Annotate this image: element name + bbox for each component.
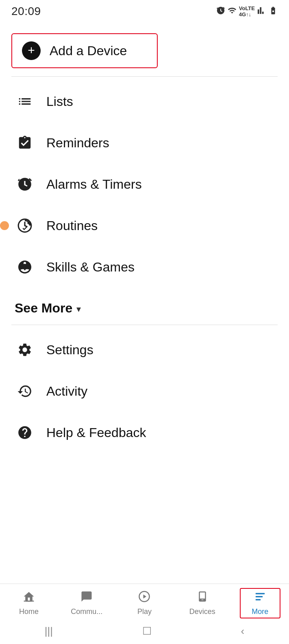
add-device-label: Add a Device (50, 43, 127, 58)
wifi-status-icon (228, 6, 237, 17)
skills-label: Skills & Games (46, 260, 135, 275)
communicate-nav-icon (80, 590, 93, 605)
nav-tab-play[interactable]: Play (124, 590, 165, 616)
menu-item-skills[interactable]: Skills & Games (0, 246, 289, 288)
settings-icon (15, 340, 35, 360)
menu-item-settings[interactable]: Settings (0, 329, 289, 370)
reminders-label: Reminders (46, 136, 109, 151)
recents-gesture[interactable]: ‹ (241, 625, 244, 638)
help-label: Help & Feedback (46, 425, 146, 440)
alarms-icon (15, 174, 35, 194)
see-more-label: See More (15, 301, 72, 316)
plus-icon: + (28, 44, 35, 56)
status-bar: 20:09 VoLTE4G↑↓ (0, 0, 289, 22)
nav-tab-more[interactable]: More (240, 588, 280, 618)
devices-nav-label: Devices (189, 607, 215, 616)
home-nav-icon (23, 590, 35, 605)
reminders-icon (15, 133, 35, 153)
svg-rect-7 (256, 599, 261, 600)
add-device-button[interactable]: + Add a Device (11, 33, 158, 68)
nav-tab-devices[interactable]: Devices (182, 590, 223, 616)
help-icon (15, 422, 35, 443)
menu-item-routines[interactable]: Routines (0, 205, 289, 246)
menu-item-lists[interactable]: Lists (0, 81, 289, 122)
signal-status-icon (257, 6, 266, 17)
status-icons: VoLTE4G↑↓ (216, 5, 278, 17)
communicate-nav-label: Commu... (71, 607, 102, 616)
alarm-status-icon (216, 6, 225, 17)
activity-label: Activity (46, 384, 87, 399)
add-device-container: + Add a Device (0, 22, 289, 76)
play-nav-label: Play (137, 607, 152, 616)
settings-menu-list: Settings Activity Help & Feedback (0, 325, 289, 457)
gesture-bar-row: ||| ☐ ‹ (0, 621, 289, 644)
skills-icon (15, 257, 35, 277)
home-gesture[interactable]: ☐ (142, 625, 152, 638)
menu-item-help[interactable]: Help & Feedback (0, 412, 289, 453)
routines-dot (0, 221, 9, 230)
routines-icon (15, 215, 35, 236)
menu-item-reminders[interactable]: Reminders (0, 122, 289, 164)
svg-rect-5 (256, 593, 265, 594)
more-nav-icon (254, 590, 266, 605)
devices-nav-icon (196, 590, 209, 605)
play-nav-icon (138, 590, 150, 605)
battery-status-icon (269, 6, 278, 17)
menu-item-activity[interactable]: Activity (0, 370, 289, 412)
chevron-down-icon: ▾ (76, 304, 81, 314)
bottom-nav-tabs: Home Commu... Play (0, 584, 289, 621)
svg-rect-6 (256, 596, 263, 597)
routines-label: Routines (46, 218, 98, 233)
svg-marker-4 (143, 594, 147, 599)
nav-tab-home[interactable]: Home (9, 590, 49, 616)
menu-item-alarms[interactable]: Alarms & Timers (0, 164, 289, 205)
svg-rect-2 (26, 601, 32, 602)
see-more-button[interactable]: See More ▾ (0, 292, 289, 325)
home-nav-label: Home (19, 607, 39, 616)
status-time: 20:09 (11, 5, 41, 18)
activity-icon (15, 381, 35, 401)
settings-label: Settings (46, 342, 93, 358)
back-gesture[interactable]: ||| (45, 625, 53, 638)
lists-label: Lists (46, 94, 73, 109)
main-menu-list: Lists Reminders Alarms & Timers (0, 77, 289, 292)
alarms-label: Alarms & Timers (46, 177, 142, 192)
more-nav-label: More (252, 607, 268, 616)
add-device-icon: + (22, 41, 41, 60)
bottom-nav: Home Commu... Play (0, 584, 289, 644)
lists-icon (15, 91, 35, 112)
nav-tab-communicate[interactable]: Commu... (66, 590, 107, 616)
lte-status-icon: VoLTE4G↑↓ (239, 5, 255, 17)
